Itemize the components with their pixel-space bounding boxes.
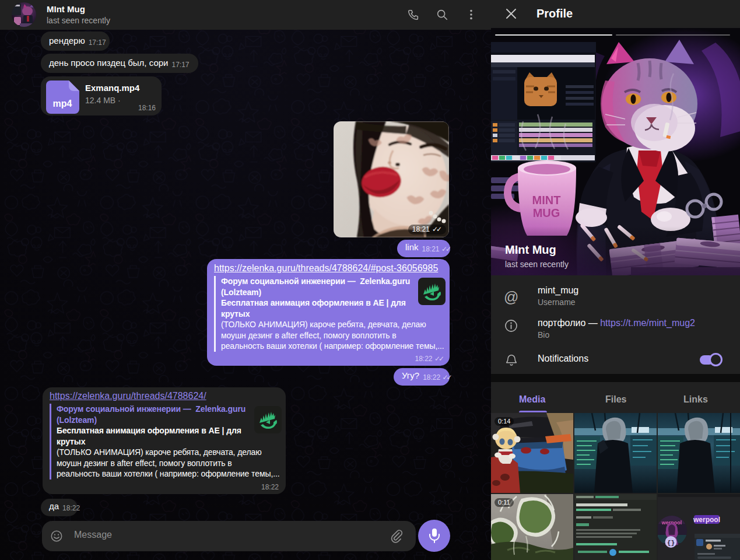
svg-text:mp4: mp4 — [53, 99, 72, 108]
svg-text:werpool: werpool — [693, 516, 720, 524]
svg-text:{}: {} — [667, 540, 675, 547]
